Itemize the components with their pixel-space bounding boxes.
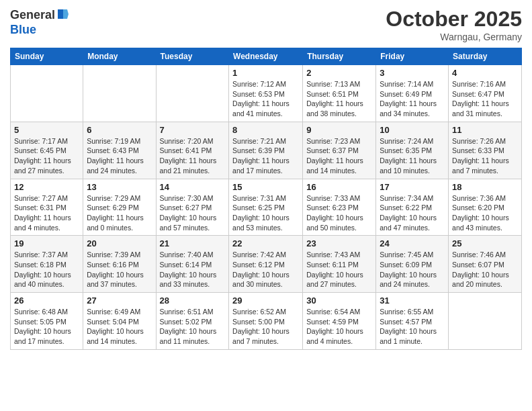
- calendar-cell: 18Sunrise: 7:36 AM Sunset: 6:20 PM Dayli…: [449, 179, 522, 236]
- day-number: 4: [452, 68, 518, 78]
- day-info: Sunrise: 7:17 AM Sunset: 6:45 PM Dayligh…: [14, 136, 79, 176]
- calendar-cell: 2Sunrise: 7:13 AM Sunset: 6:51 PM Daylig…: [303, 65, 376, 122]
- calendar-cell: 25Sunrise: 7:46 AM Sunset: 6:07 PM Dayli…: [449, 236, 522, 293]
- day-number: 2: [306, 68, 372, 78]
- day-info: Sunrise: 7:31 AM Sunset: 6:25 PM Dayligh…: [232, 193, 299, 233]
- day-number: 29: [232, 295, 299, 306]
- calendar-cell: 24Sunrise: 7:45 AM Sunset: 6:09 PM Dayli…: [376, 236, 449, 293]
- day-info: Sunrise: 7:27 AM Sunset: 6:31 PM Dayligh…: [14, 193, 79, 233]
- day-number: 8: [232, 125, 299, 135]
- svg-marker-1: [63, 9, 69, 19]
- day-info: Sunrise: 7:34 AM Sunset: 6:22 PM Dayligh…: [380, 193, 445, 233]
- title-area: October 2025 Warngau, Germany: [386, 7, 522, 42]
- day-number: 7: [160, 125, 226, 135]
- day-info: Sunrise: 7:21 AM Sunset: 6:39 PM Dayligh…: [232, 136, 299, 176]
- day-info: Sunrise: 7:13 AM Sunset: 6:51 PM Dayligh…: [306, 79, 372, 119]
- calendar-cell: 5Sunrise: 7:17 AM Sunset: 6:45 PM Daylig…: [11, 122, 83, 179]
- week-row-5: 26Sunrise: 6:48 AM Sunset: 5:05 PM Dayli…: [11, 293, 522, 350]
- day-number: 30: [306, 295, 372, 306]
- location-subtitle: Warngau, Germany: [386, 32, 522, 42]
- calendar-cell: [156, 65, 229, 122]
- weekday-friday: Friday: [376, 48, 449, 65]
- day-info: Sunrise: 7:40 AM Sunset: 6:14 PM Dayligh…: [160, 250, 226, 289]
- calendar-cell: 28Sunrise: 6:51 AM Sunset: 5:02 PM Dayli…: [156, 293, 229, 350]
- calendar-cell: 23Sunrise: 7:43 AM Sunset: 6:11 PM Dayli…: [303, 236, 376, 293]
- calendar-cell: 27Sunrise: 6:49 AM Sunset: 5:04 PM Dayli…: [83, 293, 156, 350]
- day-info: Sunrise: 6:52 AM Sunset: 5:00 PM Dayligh…: [232, 307, 299, 347]
- calendar-cell: [449, 293, 522, 350]
- calendar-cell: 14Sunrise: 7:30 AM Sunset: 6:27 PM Dayli…: [156, 179, 229, 236]
- day-number: 11: [452, 125, 518, 135]
- day-number: 17: [380, 182, 445, 192]
- day-info: Sunrise: 6:55 AM Sunset: 4:57 PM Dayligh…: [380, 307, 445, 347]
- calendar-cell: 31Sunrise: 6:55 AM Sunset: 4:57 PM Dayli…: [376, 293, 449, 350]
- page-header: General Blue October 2025 Warngau, Germa…: [10, 7, 522, 42]
- calendar-cell: 13Sunrise: 7:29 AM Sunset: 6:29 PM Dayli…: [83, 179, 156, 236]
- day-info: Sunrise: 7:46 AM Sunset: 6:07 PM Dayligh…: [452, 250, 518, 289]
- calendar-cell: 7Sunrise: 7:20 AM Sunset: 6:41 PM Daylig…: [156, 122, 229, 179]
- week-row-1: 1Sunrise: 7:12 AM Sunset: 6:53 PM Daylig…: [11, 65, 522, 122]
- calendar-cell: 10Sunrise: 7:24 AM Sunset: 6:35 PM Dayli…: [376, 122, 449, 179]
- day-info: Sunrise: 7:29 AM Sunset: 6:29 PM Dayligh…: [87, 193, 152, 233]
- logo-general: General: [10, 8, 55, 22]
- day-info: Sunrise: 6:54 AM Sunset: 4:59 PM Dayligh…: [306, 307, 372, 347]
- calendar-cell: 22Sunrise: 7:42 AM Sunset: 6:12 PM Dayli…: [229, 236, 303, 293]
- weekday-saturday: Saturday: [449, 48, 522, 65]
- day-info: Sunrise: 7:39 AM Sunset: 6:16 PM Dayligh…: [87, 250, 152, 289]
- day-info: Sunrise: 7:19 AM Sunset: 6:43 PM Dayligh…: [87, 136, 152, 176]
- weekday-sunday: Sunday: [11, 48, 83, 65]
- day-number: 5: [14, 125, 79, 135]
- calendar-cell: 19Sunrise: 7:37 AM Sunset: 6:18 PM Dayli…: [11, 236, 83, 293]
- day-number: 26: [14, 295, 79, 306]
- calendar-cell: 29Sunrise: 6:52 AM Sunset: 5:00 PM Dayli…: [229, 293, 303, 350]
- calendar-cell: 11Sunrise: 7:26 AM Sunset: 6:33 PM Dayli…: [449, 122, 522, 179]
- calendar-cell: 30Sunrise: 6:54 AM Sunset: 4:59 PM Dayli…: [303, 293, 376, 350]
- logo-blue: Blue: [10, 23, 36, 36]
- day-info: Sunrise: 7:45 AM Sunset: 6:09 PM Dayligh…: [380, 250, 445, 289]
- week-row-4: 19Sunrise: 7:37 AM Sunset: 6:18 PM Dayli…: [11, 236, 522, 293]
- calendar-cell: 3Sunrise: 7:14 AM Sunset: 6:49 PM Daylig…: [376, 65, 449, 122]
- day-number: 12: [14, 182, 79, 192]
- day-info: Sunrise: 7:42 AM Sunset: 6:12 PM Dayligh…: [232, 250, 299, 289]
- calendar-cell: 17Sunrise: 7:34 AM Sunset: 6:22 PM Dayli…: [376, 179, 449, 236]
- day-number: 24: [380, 238, 445, 248]
- calendar-cell: 12Sunrise: 7:27 AM Sunset: 6:31 PM Dayli…: [11, 179, 83, 236]
- calendar-cell: [83, 65, 156, 122]
- calendar-cell: 8Sunrise: 7:21 AM Sunset: 6:39 PM Daylig…: [229, 122, 303, 179]
- logo: General Blue: [10, 7, 69, 37]
- day-info: Sunrise: 6:48 AM Sunset: 5:05 PM Dayligh…: [14, 307, 79, 347]
- day-number: 18: [452, 182, 518, 192]
- calendar-body: 1Sunrise: 7:12 AM Sunset: 6:53 PM Daylig…: [11, 65, 522, 350]
- day-number: 6: [87, 125, 152, 135]
- day-number: 20: [87, 238, 152, 248]
- calendar-table: SundayMondayTuesdayWednesdayThursdayFrid…: [10, 48, 522, 350]
- day-number: 25: [452, 238, 518, 248]
- day-number: 3: [380, 68, 445, 78]
- day-number: 14: [160, 182, 226, 192]
- day-info: Sunrise: 7:12 AM Sunset: 6:53 PM Dayligh…: [232, 79, 299, 119]
- weekday-tuesday: Tuesday: [156, 48, 229, 65]
- week-row-2: 5Sunrise: 7:17 AM Sunset: 6:45 PM Daylig…: [11, 122, 522, 179]
- day-info: Sunrise: 7:33 AM Sunset: 6:23 PM Dayligh…: [306, 193, 372, 233]
- day-number: 27: [87, 295, 152, 306]
- week-row-3: 12Sunrise: 7:27 AM Sunset: 6:31 PM Dayli…: [11, 179, 522, 236]
- day-number: 19: [14, 238, 79, 248]
- calendar-cell: 4Sunrise: 7:16 AM Sunset: 6:47 PM Daylig…: [449, 65, 522, 122]
- day-number: 16: [306, 182, 372, 192]
- day-info: Sunrise: 7:24 AM Sunset: 6:35 PM Dayligh…: [380, 136, 445, 176]
- month-title: October 2025: [386, 7, 522, 32]
- day-number: 1: [232, 68, 299, 78]
- day-info: Sunrise: 6:51 AM Sunset: 5:02 PM Dayligh…: [160, 307, 226, 347]
- day-number: 13: [87, 182, 152, 192]
- day-info: Sunrise: 7:14 AM Sunset: 6:49 PM Dayligh…: [380, 79, 445, 119]
- day-info: Sunrise: 7:20 AM Sunset: 6:41 PM Dayligh…: [160, 136, 226, 176]
- day-info: Sunrise: 7:30 AM Sunset: 6:27 PM Dayligh…: [160, 193, 226, 233]
- calendar-cell: 6Sunrise: 7:19 AM Sunset: 6:43 PM Daylig…: [83, 122, 156, 179]
- day-number: 15: [232, 182, 299, 192]
- day-number: 10: [380, 125, 445, 135]
- calendar-cell: 16Sunrise: 7:33 AM Sunset: 6:23 PM Dayli…: [303, 179, 376, 236]
- day-number: 21: [160, 238, 226, 248]
- calendar-cell: 9Sunrise: 7:23 AM Sunset: 6:37 PM Daylig…: [303, 122, 376, 179]
- calendar-cell: 21Sunrise: 7:40 AM Sunset: 6:14 PM Dayli…: [156, 236, 229, 293]
- calendar-cell: [11, 65, 83, 122]
